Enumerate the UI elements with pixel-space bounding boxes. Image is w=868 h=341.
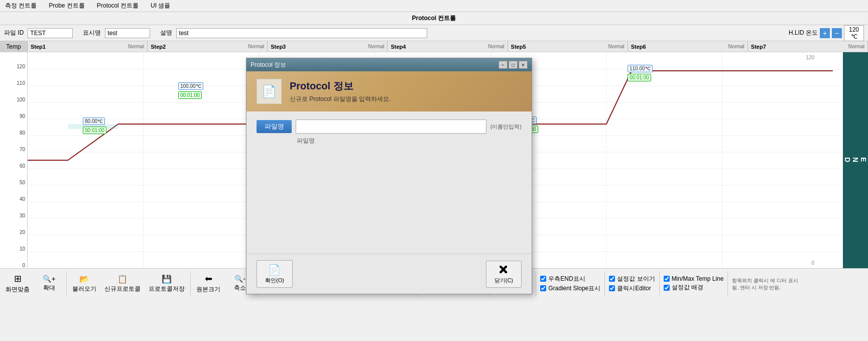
filename-hint-below-row: 파일명 [257,137,522,145]
protocol-info-modal: Protocol 정보 − □ × 📄 Protocol 정보 신규로 Prot… [246,58,532,294]
modal-maximize-btn[interactable]: □ [509,61,518,69]
cancel-icon: 🗙 [499,264,509,276]
modal-confirm-btn[interactable]: 📄 확인(O) [257,260,293,288]
filename-label: 파일명 [257,120,292,133]
modal-header-icon: 📄 [257,79,282,104]
filename-field-row: 파일명 (이름만입력) [257,120,522,134]
modal-close-btn[interactable]: × [519,61,528,69]
modal-spacer [257,145,522,246]
modal-header: 📄 Protocol 정보 신규로 Protocol 파일명을 입력하세요. [246,71,532,111]
modal-titlebar-buttons: − □ × [499,61,528,69]
filename-hint-below: 파일명 [297,137,315,144]
modal-minimize-btn[interactable]: − [499,61,508,69]
filename-hint: (이름만입력) [490,123,522,131]
modal-header-text: Protocol 정보 신규로 Protocol 파일명을 입력하세요. [290,79,391,103]
modal-subtitle: 신규로 Protocol 파일명을 입력하세요. [290,95,391,103]
modal-overlay: Protocol 정보 − □ × 📄 Protocol 정보 신규로 Prot… [0,0,868,341]
modal-title: Protocol 정보 [290,79,391,93]
modal-footer: 📄 확인(O) 🗙 닫기(C) [246,254,532,294]
modal-titlebar: Protocol 정보 − □ × [246,58,532,71]
modal-titlebar-label: Protocol 정보 [251,61,286,69]
document-icon: 📄 [262,84,277,98]
confirm-label: 확인(O) [265,277,284,284]
cancel-label: 닫기(C) [494,277,513,284]
confirm-icon: 📄 [268,264,281,276]
modal-body: 파일명 (이름만입력) 파일명 [246,111,532,254]
modal-cancel-btn[interactable]: 🗙 닫기(C) [486,261,522,288]
filename-input[interactable] [296,120,486,134]
